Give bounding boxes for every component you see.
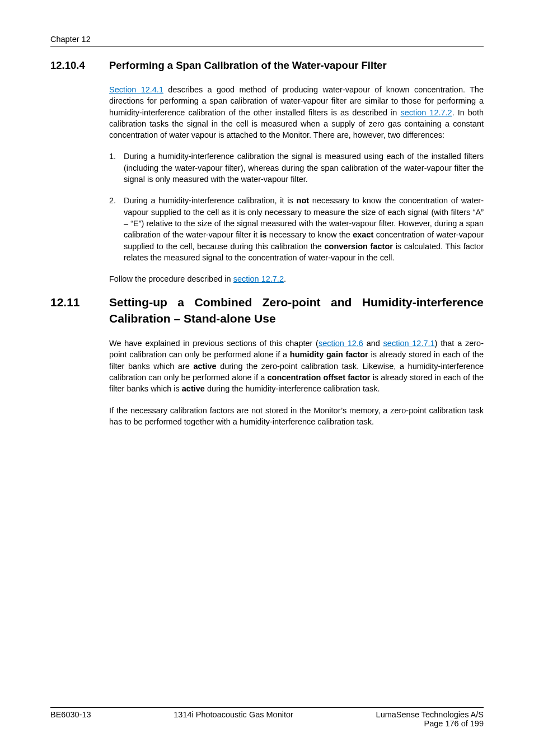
section-heading-12-10-4: 12.10.4 Performing a Span Calibration of… <box>50 59 484 73</box>
footer-doc-title: 1314i Photoacoustic Gas Monitor <box>174 710 293 719</box>
header-rule <box>50 46 484 46</box>
bold-text: is <box>260 230 266 239</box>
text: during the humidity-interference calibra… <box>205 384 380 393</box>
footer-doc-id: BE6030-13 <box>50 710 91 719</box>
paragraph: If the necessary calibration factors are… <box>109 405 484 428</box>
section-title: Setting-up a Combined Zero-point and Hum… <box>109 295 484 326</box>
page-footer: BE6030-13 1314i Photoacoustic Gas Monito… <box>50 707 484 728</box>
text: and <box>363 339 383 348</box>
section-heading-12-11: 12.11 Setting-up a Combined Zero-point a… <box>50 295 484 326</box>
chapter-header: Chapter 12 <box>50 35 484 44</box>
bold-text: exact <box>353 230 373 239</box>
paragraph: We have explained in previous sections o… <box>109 338 484 394</box>
list-item-2: 2. During a humidity-interference calibr… <box>109 195 484 263</box>
bold-text: humidity gain factor <box>290 350 368 359</box>
text: During a humidity-interference calibrati… <box>124 196 297 205</box>
list-item-1: 1. During a humidity-interference calibr… <box>109 151 484 185</box>
section-number: 12.11 <box>50 295 109 310</box>
text: . <box>284 274 286 283</box>
link-section-12-4-1[interactable]: Section 12.4.1 <box>109 85 163 94</box>
list-number: 1. <box>109 151 124 185</box>
text: necessary to know the <box>267 230 353 239</box>
text: Follow the procedure described in <box>109 274 233 283</box>
section-number: 12.10.4 <box>50 59 109 73</box>
footer-page-number: Page 176 of 199 <box>50 719 484 728</box>
bold-text: not <box>297 196 310 205</box>
list-number: 2. <box>109 195 124 263</box>
footer-rule <box>50 707 484 708</box>
link-section-12-7-1[interactable]: section 12.7.1 <box>383 339 435 348</box>
text: We have explained in previous sections o… <box>109 339 318 348</box>
link-section-12-7-2[interactable]: section 12.7.2 <box>233 274 284 283</box>
link-section-12-7-2[interactable]: section 12.7.2 <box>400 108 452 117</box>
paragraph: Section 12.4.1 describes a good method o… <box>109 84 484 141</box>
bold-text: conversion factor <box>325 242 393 251</box>
section-title: Performing a Span Calibration of the Wat… <box>109 59 484 73</box>
bold-text: concentration offset factor <box>267 373 370 382</box>
list-text: During a humidity-interference calibrati… <box>124 195 484 263</box>
bold-text: active <box>182 384 205 393</box>
footer-company: LumaSense Technologies A/S <box>376 710 484 719</box>
paragraph: Follow the procedure described in sectio… <box>109 273 484 284</box>
link-section-12-6[interactable]: section 12.6 <box>318 339 363 348</box>
list-text: During a humidity-interference calibrati… <box>124 151 484 185</box>
bold-text: active <box>193 362 216 371</box>
